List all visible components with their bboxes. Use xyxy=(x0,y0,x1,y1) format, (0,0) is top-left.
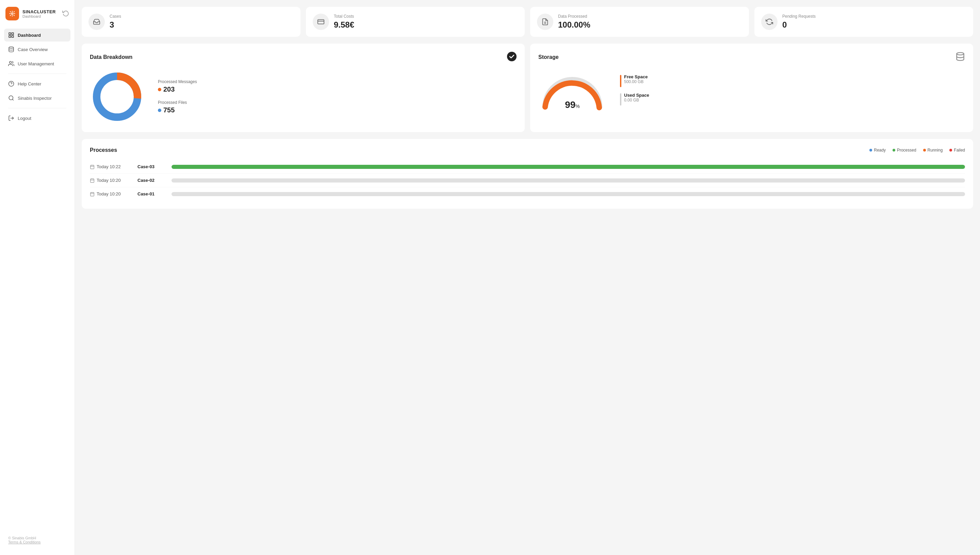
main-content: Cases 3 Total Costs 9.58€ xyxy=(75,0,980,555)
costs-icon-wrapper xyxy=(313,14,329,30)
data-breakdown-body: Processed Messages 203 Processed Files 7… xyxy=(90,69,516,124)
storage-header: Storage xyxy=(538,52,965,63)
used-space-bar xyxy=(620,93,621,106)
sidebar-divider-2 xyxy=(8,108,66,108)
svg-rect-20 xyxy=(91,165,94,169)
pending-icon-wrapper xyxy=(761,14,777,30)
sidebar-item-label: Help Center xyxy=(18,81,41,87)
legend-messages: Processed Messages 203 xyxy=(158,79,197,93)
svg-point-19 xyxy=(957,53,964,55)
stat-cards: Cases 3 Total Costs 9.58€ xyxy=(82,7,973,37)
terms-link[interactable]: Terms & Conditions xyxy=(8,540,40,544)
svg-rect-28 xyxy=(91,192,94,196)
used-space-item: Used Space 0.00 GB xyxy=(620,93,649,106)
data-breakdown-header: Data Breakdown xyxy=(90,52,516,63)
history-icon[interactable] xyxy=(62,10,69,18)
stat-card-total-costs: Total Costs 9.58€ xyxy=(306,7,525,37)
logout-icon xyxy=(8,115,14,121)
processes-legend: Ready Processed Running Failed xyxy=(870,148,965,152)
user-management-icon xyxy=(8,61,14,67)
free-space-item: Free Space 500.00 GB xyxy=(620,74,649,87)
files-dot xyxy=(158,109,161,112)
svg-rect-4 xyxy=(9,36,11,37)
failed-dot xyxy=(950,149,952,151)
svg-point-16 xyxy=(507,52,516,61)
legend-failed: Failed xyxy=(950,148,965,152)
process-bar-case03 xyxy=(171,165,965,169)
free-space-info: Free Space 500.00 GB xyxy=(624,74,647,84)
svg-rect-3 xyxy=(12,36,14,37)
processed-dot xyxy=(892,149,895,151)
file-data-icon xyxy=(541,18,549,26)
messages-value: 203 xyxy=(163,85,174,93)
svg-rect-24 xyxy=(91,179,94,183)
data-icon-wrapper xyxy=(537,14,553,30)
donut-legend: Processed Messages 203 Processed Files 7… xyxy=(158,79,197,114)
dashboard-icon xyxy=(8,32,14,38)
process-bar-fill-case03 xyxy=(171,165,965,169)
svg-rect-2 xyxy=(12,33,14,34)
calendar-icon-2 xyxy=(90,178,94,183)
stat-info-data: Data Processed 100.00% xyxy=(558,14,590,30)
legend-running: Running xyxy=(923,148,943,152)
stat-info-costs: Total Costs 9.58€ xyxy=(334,14,354,30)
files-value: 755 xyxy=(163,106,174,114)
gauge-percent-text: 99 xyxy=(565,99,576,110)
sidebar-item-label: Logout xyxy=(18,116,31,121)
copyright: © Sinabis GmbH xyxy=(8,536,66,540)
messages-value-display: 203 xyxy=(158,85,197,93)
gauge-value: 99% xyxy=(565,99,580,110)
processes-card: Processes Ready Processed Running Failed xyxy=(82,139,973,209)
sidebar-item-user-management[interactable]: User Management xyxy=(4,57,70,70)
free-space-label: Free Space xyxy=(624,74,647,79)
process-bar-case02 xyxy=(171,178,965,183)
calendar-icon xyxy=(90,164,94,169)
svg-point-5 xyxy=(9,47,14,49)
brand-logo xyxy=(5,7,19,21)
brand-sub: Dashboard xyxy=(22,14,56,18)
costs-value: 9.58€ xyxy=(334,20,354,30)
data-value: 100.00% xyxy=(558,20,590,30)
data-breakdown-title: Data Breakdown xyxy=(90,54,133,60)
svg-rect-12 xyxy=(318,20,324,24)
gauge-percent-suffix: % xyxy=(576,104,579,109)
sidebar: SINACLUSTER Dashboard Dashboard xyxy=(0,0,75,555)
money-icon xyxy=(317,18,325,26)
used-space-label: Used Space xyxy=(624,93,649,98)
stat-card-data-processed: Data Processed 100.00% xyxy=(530,7,749,37)
cases-value: 3 xyxy=(110,20,121,30)
donut-chart xyxy=(90,69,144,124)
sidebar-item-dashboard[interactable]: Dashboard xyxy=(4,29,70,42)
svg-line-10 xyxy=(12,99,13,100)
cases-icon-wrapper xyxy=(88,14,105,30)
sidebar-nav: Dashboard Case Overview User Management xyxy=(0,29,75,532)
time-label-case02: Today 10:20 xyxy=(97,178,121,183)
process-time-case02: Today 10:20 xyxy=(90,178,131,183)
process-time-case03: Today 10:22 xyxy=(90,164,131,169)
sidebar-item-label: User Management xyxy=(18,61,54,66)
legend-ready: Ready xyxy=(870,148,886,152)
sidebar-divider xyxy=(8,74,66,74)
svg-rect-1 xyxy=(9,33,11,34)
data-breakdown-card: Data Breakdown xyxy=(82,43,525,132)
svg-point-6 xyxy=(10,61,11,63)
process-name-case01: Case-01 xyxy=(137,191,165,196)
process-row-case03: Today 10:22 Case-03 xyxy=(90,160,965,174)
legend-files: Processed Files 755 xyxy=(158,100,197,114)
calendar-icon-3 xyxy=(90,192,94,196)
sidebar-item-case-overview[interactable]: Case Overview xyxy=(4,43,70,56)
process-row-case02: Today 10:20 Case-02 xyxy=(90,174,965,187)
sidebar-item-logout[interactable]: Logout xyxy=(4,112,70,125)
storage-legend: Free Space 500.00 GB Used Space 0.00 GB xyxy=(620,74,649,106)
sidebar-item-label: Sinabis Inspector xyxy=(18,96,52,101)
time-label-case03: Today 10:22 xyxy=(97,164,121,169)
sidebar-item-sinabis-inspector[interactable]: Sinabis Inspector xyxy=(4,91,70,104)
used-space-info: Used Space 0.00 GB xyxy=(624,93,649,103)
processes-header: Processes Ready Processed Running Failed xyxy=(90,147,965,153)
help-center-icon xyxy=(8,81,14,87)
sidebar-item-help-center[interactable]: Help Center xyxy=(4,77,70,90)
files-value-display: 755 xyxy=(158,106,197,114)
processed-label: Processed xyxy=(897,148,916,152)
svg-point-9 xyxy=(9,96,13,100)
processes-title: Processes xyxy=(90,147,117,153)
